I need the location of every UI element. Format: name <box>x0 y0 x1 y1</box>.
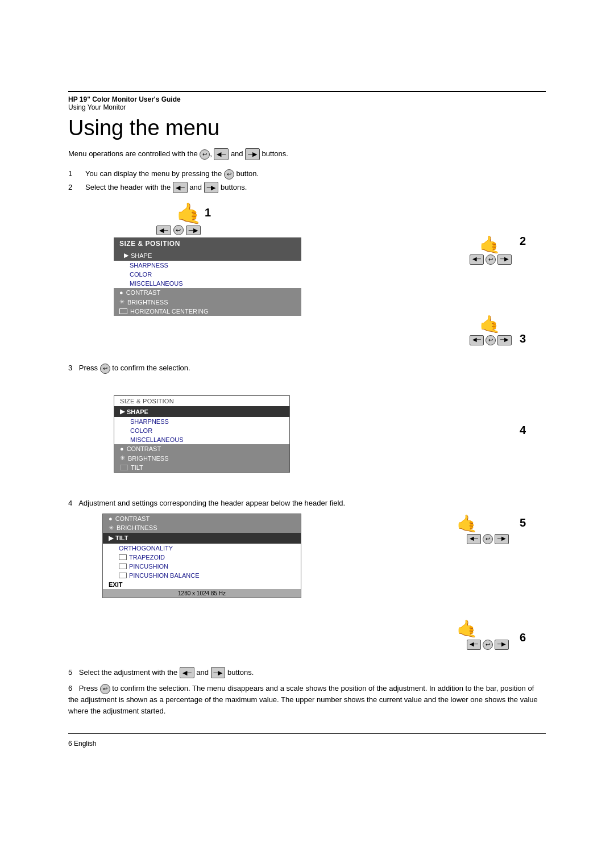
menu2-row-misc: MISCELLANEOUS <box>114 435 290 444</box>
btn-round-2: ↩ <box>486 254 496 265</box>
buttons-row-1: ◀─ ↩ ─▶ <box>156 225 201 235</box>
menu2-row-shape: ▶SHAPE <box>114 406 290 417</box>
step-2-text: Select the header with the ◀─ and ─▶ but… <box>85 182 247 194</box>
steps-list: 1 You can display the menu by pressing t… <box>68 168 546 194</box>
hand-6-icon: 🤙 <box>457 619 478 639</box>
menu3-row-tilt-sel: ▶TILT <box>102 533 301 544</box>
hcenter-icon <box>119 308 127 314</box>
header-section: HP 19" Color Monitor User's Guide Using … <box>68 91 546 111</box>
btn-round-6: ↩ <box>483 640 493 650</box>
hand-5-icon: 🤙 <box>457 514 478 533</box>
footer-label: 6 English <box>68 740 96 748</box>
buttons-row-5: ◀─ ↩ ─▶ <box>467 534 509 544</box>
trap-icon <box>119 554 127 560</box>
btn-right-5: ─▶ <box>495 534 509 544</box>
btn-right-6: ─▶ <box>495 640 509 650</box>
menu-box-3: ●CONTRAST ✳BRIGHTNESS ▶TILT ORTHOGONALIT… <box>102 514 301 598</box>
tilt-icon-2 <box>120 465 128 470</box>
menu2-row-contrast: ●CONTRAST <box>114 444 290 453</box>
step-6-desc: 6 Press ↩ to confirm the selection. The … <box>68 683 546 716</box>
callout-6: 6 <box>520 631 526 644</box>
menu-box-2: SIZE & POSITION ▶SHAPE SHARPNESS COLOR M… <box>114 395 290 473</box>
diagram-2: SIZE & POSITION ▶SHAPE SHARPNESS COLOR M… <box>68 378 546 486</box>
btn-right-1: ─▶ <box>186 226 201 235</box>
callout-2: 2 <box>520 235 526 248</box>
footer-section: 6 English <box>68 733 546 748</box>
btn-left-6: ◀─ <box>467 640 481 650</box>
callout-1: 1 <box>205 206 211 219</box>
step-3-desc: 3 Press ↩ to confirm the selection. <box>68 362 546 374</box>
contrast-icon-2: ● <box>120 445 124 452</box>
step-6-text: to confirm the selection. The menu disap… <box>68 684 538 715</box>
pinbal-icon <box>119 573 127 578</box>
brightness-icon-3: ✳ <box>109 524 114 532</box>
diagram-1: 🤙 ◀─ ↩ ─▶ 1 SIZE & POSITION ▶SHAPE SHARP… <box>68 203 546 351</box>
right-btn-icon: ─▶ <box>245 148 260 160</box>
step3-btn: ↩ <box>100 364 110 374</box>
step-2-num: 2 <box>68 182 85 193</box>
step-1-num: 1 <box>68 168 85 180</box>
contrast-icon-3: ● <box>109 515 113 522</box>
arrow-icon-3: ▶ <box>109 535 113 542</box>
step-4-text: Adjustment and settings corresponding th… <box>78 499 345 507</box>
menu1-row-contrast: ●CONTRAST <box>114 288 301 297</box>
menu2-header: SIZE & POSITION <box>114 395 290 406</box>
contrast-icon: ● <box>119 289 123 296</box>
brightness-icon: ✳ <box>119 298 125 306</box>
menu2-row-color: COLOR <box>114 426 290 435</box>
menu1-row-shape-selected: ▶SHAPE <box>114 250 301 261</box>
header-title: HP 19" Color Monitor User's Guide <box>68 95 546 103</box>
btn-left-1: ◀─ <box>156 226 171 235</box>
step1-btn-icon: ↩ <box>224 169 234 180</box>
btn-right-2: ─▶ <box>497 254 512 265</box>
step5-left-btn: ◀─ <box>180 667 194 679</box>
callout-3: 3 <box>520 332 526 345</box>
step-6-num: 6 <box>68 684 72 692</box>
arrow-icon-2: ▶ <box>120 408 125 415</box>
step-4-num: 4 <box>68 499 72 507</box>
step6-btn: ↩ <box>100 684 110 694</box>
hand-1-icon: 🤙 <box>176 203 202 224</box>
btn-left-3: ◀─ <box>470 335 484 345</box>
page: HP 19" Color Monitor User's Guide Using … <box>0 0 614 868</box>
left-btn-icon: ◀─ <box>214 148 229 160</box>
step5-right-btn: ─▶ <box>211 667 226 679</box>
btn-round-5: ↩ <box>483 534 493 544</box>
btn-right-3: ─▶ <box>497 335 512 345</box>
menu3-row-pin: PINCUSHION <box>102 562 301 571</box>
step2-left-btn: ◀─ <box>173 182 188 194</box>
menu1-header: SIZE & POSITION <box>114 237 301 250</box>
step-2: 2 Select the header with the ◀─ and ─▶ b… <box>68 182 546 194</box>
buttons-row-3: ◀─ ↩ ─▶ <box>470 335 512 345</box>
menu1-row-brightness: ✳BRIGHTNESS <box>114 297 301 307</box>
menu2-row-tilt: TILT <box>114 463 290 473</box>
callout-5: 5 <box>520 516 526 529</box>
step-1: 1 You can display the menu by pressing t… <box>68 168 546 180</box>
menu3-row-pinbal: PINCUSHION BALANCE <box>102 571 301 580</box>
btn-round-1: ↩ <box>173 225 184 235</box>
menu3-row-ortho: ORTHOGONALITY <box>102 544 301 553</box>
step-3-num: 3 <box>68 364 72 372</box>
header-subtitle: Using Your Monitor <box>68 103 546 111</box>
menu3-footer: 1280 x 1024 85 Hz <box>102 589 301 598</box>
menu3-row-contrast: ●CONTRAST <box>102 514 301 523</box>
btn-left-5: ◀─ <box>467 534 481 544</box>
buttons-row-6: ◀─ ↩ ─▶ <box>467 640 509 650</box>
menu-box-1: SIZE & POSITION ▶SHAPE SHARPNESS COLOR M… <box>114 237 301 316</box>
intro-text: Menu operations are controlled with the … <box>68 148 546 160</box>
hand-2-icon: 🤙 <box>479 235 500 254</box>
step-5-desc: 5 Select the adjustment with the ◀─ and … <box>68 667 546 679</box>
step2-right-btn: ─▶ <box>204 182 219 194</box>
brightness-icon-2: ✳ <box>120 454 125 462</box>
menu1-row-color: COLOR <box>114 270 301 279</box>
callout-4: 4 <box>520 424 526 437</box>
step-1-text: You can display the menu by pressing the… <box>85 168 259 180</box>
menu2-row-brightness: ✳BRIGHTNESS <box>114 453 290 463</box>
menu3-row-exit: EXIT <box>102 580 301 589</box>
hand-3-icon: 🤙 <box>479 314 500 334</box>
menu-btn-icon: ↩ <box>200 149 210 160</box>
menu1-row-sharpness: SHARPNESS <box>114 261 301 270</box>
btn-left-2: ◀─ <box>470 254 484 265</box>
menu1-row-misc: MISCELLANEOUS <box>114 279 301 288</box>
menu3-row-trap: TRAPEZOID <box>102 553 301 562</box>
